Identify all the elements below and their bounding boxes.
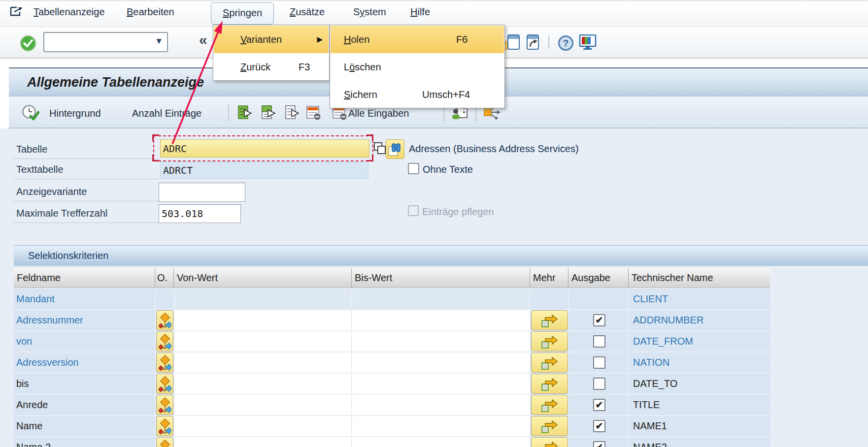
mehr-cell — [531, 352, 568, 373]
fieldname-cell: Adressversion — [14, 352, 155, 373]
focus-corner — [152, 134, 159, 141]
page-title: Allgemeine Tabellenanzeige — [27, 75, 204, 90]
copy-icon[interactable] — [373, 142, 386, 156]
ausgabe-cell — [569, 352, 628, 373]
bis-wert-input[interactable] — [352, 352, 530, 373]
fieldname-cell: Name — [14, 416, 155, 436]
springen-dropdown: Varianten ▶ Zurück F3 — [213, 25, 330, 81]
menu-item-sichern[interactable]: Sichern Umsch+F4 — [331, 81, 504, 108]
ohne-texte-checkbox[interactable] — [408, 163, 419, 174]
select-block-icon[interactable] — [262, 105, 276, 120]
von-wert-input[interactable] — [174, 395, 351, 415]
bis-wert-input[interactable] — [352, 310, 530, 330]
ops-cell — [156, 437, 173, 447]
anzeigevariante-input[interactable] — [159, 183, 245, 202]
system-menu-icon[interactable] — [10, 5, 24, 17]
enter-button[interactable] — [20, 35, 36, 52]
menu-bearbeiten[interactable]: Bearbeiten — [127, 6, 174, 18]
toolbar-collapse-icon[interactable]: « — [199, 32, 207, 48]
col-header-feldname: Feldname — [14, 268, 155, 288]
ops-cell — [156, 395, 173, 415]
deselect-all-icon[interactable] — [285, 105, 300, 120]
ausgabe-checkbox[interactable] — [593, 378, 605, 390]
ausgabe-checkbox[interactable]: ✔ — [593, 420, 605, 432]
bis-wert-cell — [352, 289, 530, 309]
select-all-icon[interactable] — [238, 105, 252, 120]
label-anzeigevariante: Anzeigevariante — [14, 182, 159, 201]
submenu-arrow-icon: ▶ — [317, 35, 323, 44]
create-shortcut-icon[interactable] — [507, 34, 520, 50]
mehr-cell — [531, 416, 568, 436]
menu-item-varianten[interactable]: Varianten ▶ — [214, 26, 329, 53]
von-wert-input[interactable] — [174, 310, 351, 330]
selection-options-button[interactable] — [156, 352, 173, 373]
selection-options-button[interactable] — [156, 374, 173, 394]
multiple-selection-button[interactable] — [531, 331, 568, 351]
technical-name-cell: NAME2 — [629, 437, 770, 447]
command-field[interactable]: ▼ — [43, 32, 168, 52]
delete-selection-icon[interactable] — [306, 106, 321, 121]
bis-wert-input[interactable] — [352, 331, 530, 351]
selection-options-button[interactable] — [156, 395, 173, 415]
ausgabe-checkbox[interactable]: ✔ — [593, 314, 605, 326]
menu-springen[interactable]: Springen — [211, 2, 274, 25]
von-wert-input[interactable] — [174, 331, 351, 351]
col-header-ausgabe: Ausgabe — [568, 268, 628, 288]
execute-background-icon[interactable] — [22, 104, 39, 121]
ausgabe-checkbox[interactable] — [593, 335, 605, 348]
matchcode-button[interactable] — [386, 139, 404, 159]
menu-tabellenanzeige[interactable]: Tabellenanzeige — [33, 6, 105, 18]
menu-zusaetze[interactable]: Zusätze — [290, 6, 325, 18]
ausgabe-checkbox[interactable]: ✔ — [593, 399, 605, 411]
max-trefferzahl-input[interactable]: 503.018 — [159, 204, 241, 223]
multiple-selection-button[interactable] — [531, 416, 568, 436]
alle-eingaben-button[interactable]: Alle Eingaben — [348, 108, 409, 119]
fieldname-cell: Adressnummer — [14, 310, 155, 330]
table-row: Name ✔ NAME1 — [14, 416, 770, 436]
command-dropdown-icon[interactable]: ▼ — [155, 36, 163, 46]
focus-corner — [152, 155, 159, 161]
von-wert-input[interactable] — [174, 437, 351, 447]
label-texttabelle: Texttabelle — [14, 160, 159, 179]
hintergrund-button[interactable]: Hintergrund — [49, 108, 101, 119]
selection-options-button[interactable] — [156, 416, 173, 436]
menu-item-holen[interactable]: Holen F6 — [331, 26, 504, 53]
von-wert-input[interactable] — [174, 374, 351, 394]
ops-cell — [156, 289, 173, 309]
help-icon[interactable]: ? — [558, 35, 573, 51]
new-session-icon[interactable] — [525, 34, 541, 50]
ausgabe-checkbox[interactable] — [593, 356, 605, 369]
multiple-selection-button[interactable] — [531, 352, 568, 373]
layout-monitor-icon[interactable] — [579, 34, 597, 50]
technical-name-cell: CLIENT — [629, 289, 770, 309]
menu-item-zurueck[interactable]: Zurück F3 — [214, 53, 329, 81]
multiple-selection-button[interactable] — [531, 395, 568, 415]
multiple-selection-button[interactable] — [531, 437, 568, 447]
menu-hilfe[interactable]: Hilfe — [410, 6, 430, 18]
technical-name-cell: DATE_TO — [629, 374, 770, 394]
bis-wert-input[interactable] — [352, 374, 530, 394]
table-row: Mandant CLIENT — [14, 289, 770, 309]
multiple-selection-button[interactable] — [531, 374, 568, 394]
selection-options-button[interactable] — [156, 331, 173, 351]
ausgabe-cell: ✔ — [569, 395, 628, 415]
bis-wert-input[interactable] — [352, 437, 530, 447]
ops-cell — [156, 374, 173, 394]
col-header-technischer-name: Technischer Name — [628, 268, 770, 288]
ausgabe-checkbox[interactable]: ✔ — [593, 441, 605, 447]
menu-item-loeschen[interactable]: Löschen — [331, 53, 504, 81]
von-wert-input[interactable] — [174, 416, 351, 436]
technical-name-cell: DATE_FROM — [629, 331, 770, 351]
ops-cell — [156, 310, 173, 330]
table-description: Adressen (Business Address Services) — [409, 143, 579, 155]
technical-name-cell: NAME1 — [629, 416, 770, 436]
bis-wert-input[interactable] — [352, 416, 530, 436]
selection-options-button[interactable] — [156, 437, 173, 447]
multiple-selection-button[interactable] — [531, 310, 568, 330]
menu-system[interactable]: System — [353, 6, 386, 18]
selection-options-button[interactable] — [156, 310, 173, 330]
von-wert-input[interactable] — [174, 352, 351, 373]
bis-wert-input[interactable] — [352, 395, 530, 415]
anzahl-eintraege-button[interactable]: Anzahl Einträge — [132, 108, 201, 119]
focus-corner — [367, 155, 373, 161]
